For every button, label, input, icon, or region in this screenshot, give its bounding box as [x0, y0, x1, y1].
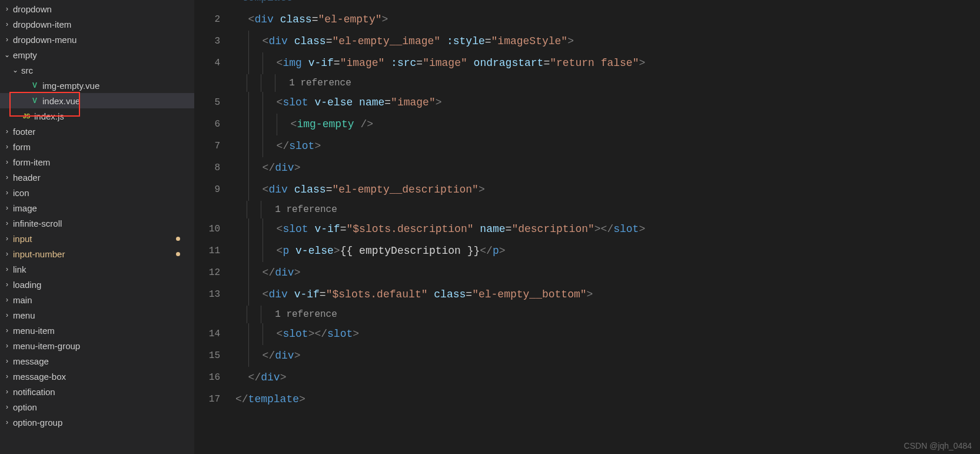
chevron-right-icon: ›: [2, 357, 12, 365]
tree-item-img-empty-vue[interactable]: Vimg-empty.vue: [0, 78, 194, 93]
code-line-6[interactable]: <img-empty />: [235, 114, 980, 135]
modified-dot-icon: [176, 252, 180, 256]
chevron-right-icon: ›: [2, 387, 12, 396]
line-number: 3: [194, 31, 220, 52]
line-number: 16: [194, 367, 220, 389]
line-number: 9: [194, 179, 220, 201]
code-editor[interactable]: 1234567891011121314151617 <template> <di…: [194, 0, 980, 454]
tree-item-loading[interactable]: ›loading: [0, 277, 194, 292]
tree-item-message[interactable]: ›message: [0, 353, 194, 369]
reference-codelens[interactable]: 1 reference: [235, 201, 980, 218]
tree-item-message-box[interactable]: ›message-box: [0, 369, 194, 384]
app-root: ›dropdown›dropdown-item›dropdown-menu⌄em…: [0, 0, 980, 454]
tree-item-main[interactable]: ›main: [0, 292, 194, 307]
tree-item-label: menu-item: [13, 326, 55, 336]
tree-item-input-number[interactable]: ›input-number: [0, 246, 194, 261]
chevron-down-icon: ⌄: [11, 66, 20, 74]
tree-item-footer[interactable]: ›footer: [0, 124, 194, 139]
tree-item-empty[interactable]: ⌄empty: [0, 47, 194, 62]
reference-codelens[interactable]: 1 reference: [235, 74, 980, 92]
vue-file-icon: V: [29, 95, 40, 106]
tree-item-dropdown[interactable]: ›dropdown: [0, 1, 194, 16]
code-line-14[interactable]: <slot></slot>: [235, 323, 980, 345]
chevron-right-icon: ›: [2, 280, 12, 289]
tree-item-src[interactable]: ⌄src: [0, 62, 194, 78]
gutter-spacer: [194, 74, 220, 92]
code-line-1[interactable]: <template>: [235, 0, 980, 9]
code-line-9[interactable]: <div class="el-empty__description">: [235, 179, 980, 201]
tree-item-label: dropdown-menu: [13, 35, 77, 45]
code-line-17[interactable]: </template>: [235, 389, 980, 410]
tree-item-label: message: [13, 356, 49, 366]
tree-item-notification[interactable]: ›notification: [0, 384, 194, 399]
chevron-right-icon: ›: [2, 143, 12, 151]
tree-item-index-js[interactable]: JSindex.js: [0, 108, 194, 124]
code-line-16[interactable]: </div>: [235, 367, 980, 389]
code-line-11[interactable]: <p v-else>{{ emptyDescription }}</p>: [235, 240, 980, 262]
tree-item-form-item[interactable]: ›form-item: [0, 154, 194, 170]
line-number: 8: [194, 157, 220, 179]
tree-item-dropdown-item[interactable]: ›dropdown-item: [0, 16, 194, 32]
tree-item-label: notification: [13, 387, 55, 397]
code-line-5[interactable]: <slot v-else name="image">: [235, 92, 980, 114]
chevron-right-icon: ›: [2, 372, 12, 380]
tree-item-index-vue[interactable]: Vindex.vue: [0, 93, 194, 108]
code-line-8[interactable]: </div>: [235, 157, 980, 179]
chevron-right-icon: ›: [2, 20, 12, 28]
tree-item-label: menu-item-group: [13, 341, 80, 351]
tree-item-label: index.vue: [42, 96, 80, 106]
tree-item-label: empty: [13, 50, 37, 60]
tree-item-option[interactable]: ›option: [0, 399, 194, 415]
line-number: 15: [194, 345, 220, 367]
gutter-spacer: [194, 201, 220, 218]
code-line-10[interactable]: <slot v-if="$slots.description" name="de…: [235, 218, 980, 240]
tree-item-infinite-scroll[interactable]: ›infinite-scroll: [0, 216, 194, 231]
tree-item-icon[interactable]: ›icon: [0, 185, 194, 200]
chevron-right-icon: ›: [2, 219, 12, 227]
line-number: 6: [194, 114, 220, 135]
tree-item-label: option-group: [13, 417, 62, 428]
chevron-right-icon: ›: [2, 158, 12, 166]
tree-item-menu[interactable]: ›menu: [0, 307, 194, 323]
tree-item-label: menu: [13, 310, 35, 320]
code-line-4[interactable]: <img v-if="image" :src="image" ondragsta…: [235, 52, 980, 74]
code-line-7[interactable]: </slot>: [235, 135, 980, 157]
chevron-right-icon: ›: [2, 342, 12, 350]
line-number: 5: [194, 92, 220, 114]
chevron-right-icon: ›: [2, 250, 12, 258]
tree-item-option-group[interactable]: ›option-group: [0, 415, 194, 430]
code-line-3[interactable]: <div class="el-empty__image" :style="ima…: [235, 31, 980, 52]
chevron-right-icon: ›: [2, 296, 12, 304]
tree-item-label: input: [13, 234, 32, 244]
tree-item-form[interactable]: ›form: [0, 139, 194, 154]
tree-item-label: option: [13, 402, 37, 412]
chevron-right-icon: ›: [2, 403, 12, 411]
line-number: 7: [194, 135, 220, 157]
tree-item-menu-item[interactable]: ›menu-item: [0, 323, 194, 338]
tree-item-label: form: [13, 142, 31, 152]
tree-item-menu-item-group[interactable]: ›menu-item-group: [0, 338, 194, 353]
gutter-spacer: [194, 306, 220, 323]
tree-item-label: input-number: [13, 249, 65, 259]
line-number: 14: [194, 323, 220, 345]
file-explorer[interactable]: ›dropdown›dropdown-item›dropdown-menu⌄em…: [0, 0, 194, 454]
chevron-right-icon: ›: [2, 311, 12, 319]
vue-file-icon: V: [29, 80, 40, 91]
code-content[interactable]: <template> <div class="el-empty"> <div c…: [235, 0, 980, 454]
code-line-2[interactable]: <div class="el-empty">: [235, 9, 980, 31]
line-number: 11: [194, 240, 220, 262]
tree-item-dropdown-menu[interactable]: ›dropdown-menu: [0, 32, 194, 47]
code-line-15[interactable]: </div>: [235, 345, 980, 367]
tree-item-link[interactable]: ›link: [0, 261, 194, 277]
tree-item-header[interactable]: ›header: [0, 170, 194, 185]
code-line-12[interactable]: </div>: [235, 262, 980, 284]
chevron-right-icon: ›: [2, 265, 12, 273]
line-number: 13: [194, 284, 220, 306]
tree-item-input[interactable]: ›input: [0, 231, 194, 246]
tree-item-label: message-box: [13, 372, 66, 382]
line-number: 4: [194, 52, 220, 74]
watermark-text: CSDN @jqh_0484: [904, 441, 972, 450]
code-line-13[interactable]: <div v-if="$slots.default" class="el-emp…: [235, 284, 980, 306]
reference-codelens[interactable]: 1 reference: [235, 306, 980, 323]
tree-item-image[interactable]: ›image: [0, 200, 194, 216]
